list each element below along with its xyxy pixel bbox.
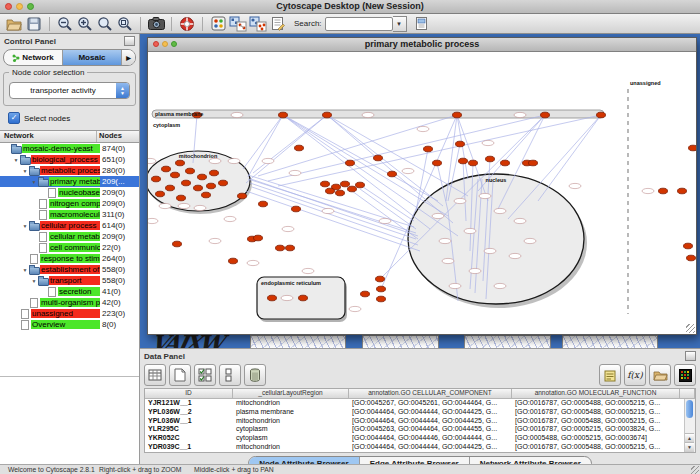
table-cell[interactable]: [GO:0016787, GO:0005488, GO:0005215, G..… (512, 443, 680, 452)
tree-row-label[interactable]: transport (49, 276, 100, 285)
notepad-icon[interactable] (599, 364, 621, 386)
network-node[interactable] (336, 190, 345, 196)
network-node[interactable] (238, 193, 247, 199)
tree-row[interactable]: nitrogen compo209(0) (0, 198, 139, 209)
network-node[interactable] (162, 166, 171, 172)
network-node[interactable] (529, 160, 538, 166)
table-cell[interactable]: [GO:0016787, GO:0005488, GO:0005215, G..… (512, 408, 680, 417)
network-node[interactable] (152, 176, 161, 182)
network-node[interactable] (356, 182, 365, 188)
network-node-label[interactable] (302, 268, 314, 273)
network-node[interactable] (459, 158, 468, 164)
network-node[interactable] (469, 160, 478, 166)
tree-row[interactable]: response to stimulu264(0) (0, 253, 139, 264)
tree-row[interactable]: cellular metabo209(0) (0, 231, 139, 242)
network-node-label[interactable] (442, 258, 454, 263)
tree-row-label[interactable]: response to stimulu (40, 254, 100, 263)
float-panel-icon[interactable] (124, 36, 135, 46)
table-cell[interactable]: mitochondrion (233, 443, 349, 452)
network-node-label[interactable] (282, 226, 294, 231)
network-node-label[interactable] (289, 170, 301, 175)
attribute-sheet-icon[interactable] (144, 364, 166, 386)
tree-row[interactable]: macromolecule311(0) (0, 209, 139, 220)
column-header[interactable]: annotation.GO MOLECULAR_FUNCTION (512, 389, 680, 399)
tree-row[interactable]: ▼biological_process651(0) (0, 154, 139, 165)
network-node[interactable] (171, 172, 180, 178)
network-node[interactable] (268, 295, 277, 301)
help-lifesaver-icon[interactable] (177, 15, 197, 33)
network-edge[interactable] (327, 115, 453, 223)
table-row[interactable]: YLR295Ccytoplasm[GO:0045263, GO:0044464,… (145, 425, 695, 434)
table-cell[interactable]: [GO:0016787, GO:0005215, GO:0003824, G..… (512, 425, 680, 434)
table-cell[interactable]: [GO:0045263, GO:0044464, GO:0044455, G..… (349, 425, 512, 434)
network-edge[interactable] (253, 115, 327, 173)
open-folder-icon[interactable] (4, 15, 24, 33)
network-node[interactable] (684, 243, 693, 249)
network-node-label[interactable] (247, 260, 259, 265)
network-node-label[interactable] (262, 158, 274, 163)
tree-row-label[interactable]: establishment of lo (40, 265, 100, 274)
network-node[interactable] (341, 181, 350, 187)
network-node-label[interactable] (464, 228, 476, 233)
table-cell[interactable]: YJR121W__1 (145, 399, 233, 408)
network-edge[interactable] (538, 115, 601, 201)
expand-arrow-icon[interactable]: ▼ (21, 267, 29, 273)
tree-row[interactable]: mosaic-demo-yeast874(0) (0, 143, 139, 154)
network-node[interactable] (182, 180, 191, 186)
table-cell[interactable]: [GO:0044464, GO:0044444, GO:0044425, G..… (349, 417, 512, 426)
network-node[interactable] (689, 145, 697, 151)
table-cell[interactable]: [GO:0044464, GO:0044444, GO:0044425, G..… (349, 408, 512, 417)
tree-row[interactable]: Overview8(0) (0, 319, 139, 330)
table-cell[interactable]: [GO:0044464, GO:0044446, GO:0044444, G..… (349, 434, 512, 443)
window-resize-grip[interactable] (686, 324, 695, 333)
tree-row[interactable]: secretion41(0) (0, 286, 139, 297)
network-node[interactable] (299, 295, 308, 301)
scroll-down-icon[interactable]: ▼ (685, 442, 694, 452)
zoom-fit-icon[interactable] (95, 15, 115, 33)
network-node[interactable] (166, 185, 175, 191)
delete-attribute-icon[interactable] (244, 364, 266, 386)
tree-row-label[interactable]: nitrogen compo (49, 199, 100, 208)
select-nodes-checkbox[interactable]: ✓ (8, 112, 20, 124)
network-node-label[interactable] (402, 168, 414, 173)
tree-row[interactable]: ▼cellular process614(0) (0, 220, 139, 231)
table-cell[interactable]: [GO:0016787, GO:0005488, GO:0005215, G..… (512, 417, 680, 426)
network-node[interactable] (597, 112, 606, 118)
network-node[interactable] (388, 171, 397, 177)
network-node[interactable] (186, 168, 195, 174)
tree-row-label[interactable]: cell communicat (49, 243, 100, 252)
table-cell[interactable]: plasma membrane (233, 408, 349, 417)
table-scrollbar[interactable]: ▲ ▼ (684, 399, 695, 452)
network-edge[interactable] (252, 187, 418, 245)
tree-row[interactable]: ▼establishment of lo558(0) (0, 264, 139, 275)
app-resize-grip[interactable] (691, 466, 699, 474)
network-node[interactable] (210, 170, 219, 176)
zoom-selected-icon[interactable] (115, 15, 135, 33)
scrollbar-thumb[interactable] (686, 400, 693, 418)
network-node[interactable] (207, 183, 216, 189)
tree-row[interactable]: ▼transport558(0) (0, 275, 139, 286)
network-node[interactable] (276, 245, 285, 251)
unselect-attributes-icon[interactable] (219, 364, 241, 386)
network-node-label[interactable] (514, 218, 526, 223)
network-node[interactable] (286, 245, 295, 251)
network-node[interactable] (377, 286, 386, 292)
network-node-label[interactable] (514, 112, 526, 117)
network-node[interactable] (156, 191, 165, 197)
tree-row-label[interactable]: multi-organism pro (40, 298, 100, 307)
function-builder-icon[interactable]: f(x) (624, 364, 646, 386)
table-cell[interactable]: cytoplasm (233, 425, 349, 434)
expand-arrow-icon[interactable]: ▼ (30, 179, 38, 185)
network-node-label[interactable] (454, 198, 466, 203)
network-node[interactable] (173, 241, 182, 247)
network-node[interactable] (219, 180, 228, 186)
network-node[interactable] (374, 155, 383, 161)
network-node-label[interactable] (148, 158, 156, 163)
network-node-label[interactable] (469, 268, 481, 273)
network-node-label[interactable] (209, 158, 221, 163)
network-overview-icon[interactable] (248, 15, 268, 33)
tree-row-label[interactable]: cellular process (40, 221, 100, 230)
network-node[interactable] (177, 195, 186, 201)
column-header[interactable]: ID (145, 389, 233, 399)
network-node[interactable] (202, 192, 211, 198)
